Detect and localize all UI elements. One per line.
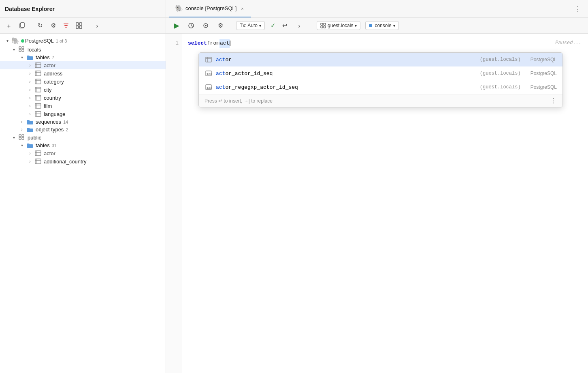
- autocomplete-item-actor-regegxp-seq[interactable]: 123 actor_regegxp_actor_id_seq (guest.lo…: [199, 80, 562, 94]
- sidebar-toolbar: + ↻ ⚙ ›: [0, 18, 166, 33]
- svg-rect-14: [321, 26, 323, 28]
- autocomplete-item-actor[interactable]: actor (guest.locals) PostgreSQL: [199, 53, 562, 66]
- grid-button[interactable]: [73, 20, 85, 31]
- svg-rect-35: [35, 103, 41, 108]
- autocomplete-item-actor-seq[interactable]: 123 actor_actor_id_seq (guest.locals) Po…: [199, 66, 562, 80]
- console-label: console: [375, 23, 391, 28]
- chevron-right-icon: ›: [18, 120, 26, 124]
- svg-rect-7: [76, 26, 79, 28]
- table-icon: [34, 103, 42, 109]
- ac-suffix-text3: or_regegxp_actor_id_seq: [225, 84, 298, 90]
- tab-close-button[interactable]: ×: [239, 5, 245, 12]
- ac-footer-text: Press ↵ to insert, →| to replace: [205, 98, 273, 104]
- pin-button[interactable]: [200, 20, 211, 31]
- table-icon: [34, 78, 42, 85]
- tab-bar: 🐘 console [PostgreSQL] × ⋮: [166, 0, 588, 17]
- sidebar-item-sequences[interactable]: › sequences 14: [0, 118, 166, 126]
- tables-public-count: 31: [52, 143, 57, 148]
- commit-button[interactable]: ✓: [271, 22, 276, 29]
- history-button[interactable]: [185, 20, 197, 31]
- sidebar-item-postgresql[interactable]: ▾ 🐘 PostgreSQL 1 of 3: [0, 36, 166, 45]
- copy-button[interactable]: [16, 20, 28, 31]
- sidebar-item-tables-public[interactable]: ▾ tables 31: [0, 141, 166, 149]
- sidebar-item-additional-country[interactable]: › additional_country: [0, 157, 166, 165]
- object-types-label: object types: [36, 126, 64, 133]
- svg-text:123: 123: [207, 86, 212, 90]
- public-label: public: [28, 135, 41, 141]
- tab-label: console [PostgreSQL]: [185, 5, 236, 11]
- ac-source-actor: PostgreSQL: [530, 57, 557, 62]
- chevron-right-icon: ›: [26, 96, 34, 100]
- db-chevron-icon: ▾: [355, 24, 357, 28]
- chevron-down-icon: ▾: [10, 47, 18, 52]
- refresh-button[interactable]: ↻: [34, 20, 46, 31]
- step-button[interactable]: ›: [294, 20, 305, 31]
- typed-text: act: [219, 39, 230, 48]
- toolbar-divider-4: [310, 21, 310, 30]
- settings-button[interactable]: ⚙: [47, 20, 59, 31]
- svg-rect-16: [19, 47, 21, 49]
- run-button[interactable]: ▶: [171, 20, 182, 31]
- rollback-button[interactable]: ↩: [279, 20, 290, 31]
- sidebar-item-object-types[interactable]: › object types 2: [0, 126, 166, 133]
- chevron-down-icon: ▾: [18, 55, 26, 60]
- ac-schema-actor-regegxp-seq: (guest.locals): [480, 84, 521, 90]
- svg-rect-1: [21, 23, 24, 27]
- table-ac-icon: [205, 56, 213, 64]
- ac-footer-more-icon[interactable]: ⋮: [550, 97, 557, 105]
- sidebar-title-text: Database Explorer: [5, 6, 55, 12]
- autocomplete-footer: Press ↵ to insert, →| to replace ⋮: [199, 94, 562, 107]
- sidebar-item-actor-public[interactable]: › actor: [0, 149, 166, 157]
- code-line-1: select from act: [188, 39, 582, 48]
- ac-source-actor-seq: PostgreSQL: [530, 71, 557, 76]
- svg-rect-5: [76, 23, 79, 25]
- toolbar-divider-2: [88, 21, 88, 30]
- svg-rect-18: [19, 49, 21, 51]
- sidebar-item-public[interactable]: ▾ public: [0, 133, 166, 141]
- table-icon: [34, 94, 42, 101]
- tx-selector[interactable]: Tx: Auto ▾: [236, 21, 265, 30]
- svg-point-11: [205, 25, 207, 26]
- sidebar-item-category[interactable]: › category: [0, 77, 166, 86]
- city-label: city: [44, 87, 52, 93]
- sidebar-item-city[interactable]: › city: [0, 86, 166, 94]
- tab-more-button[interactable]: ⋮: [571, 0, 585, 17]
- sidebar: ▾ 🐘 PostgreSQL 1 of 3 ▾ locals ▾: [0, 34, 166, 373]
- ac-schema-actor: (guest.locals): [480, 57, 521, 62]
- sidebar-item-locals[interactable]: ▾ locals: [0, 45, 166, 54]
- chevron-right-icon: ›: [26, 151, 34, 156]
- chevron-right-icon: ›: [26, 159, 34, 164]
- expand-button[interactable]: ›: [92, 20, 103, 31]
- sidebar-item-country[interactable]: › country: [0, 94, 166, 102]
- chevron-right-icon: ›: [26, 112, 34, 116]
- svg-rect-15: [324, 26, 326, 28]
- ac-name-actor: actor: [216, 57, 477, 63]
- table-icon: [34, 70, 42, 77]
- console-selector[interactable]: console ▾: [365, 21, 398, 30]
- ac-name-actor-regegxp-seq: actor_regegxp_actor_id_seq: [216, 84, 477, 90]
- db-schema-selector[interactable]: guest.locals ▾: [317, 21, 360, 30]
- sidebar-item-actor-locals[interactable]: › actor: [0, 61, 166, 69]
- sidebar-item-address[interactable]: › address: [0, 69, 166, 77]
- sidebar-item-language[interactable]: › language: [0, 110, 166, 118]
- query-settings-button[interactable]: ⚙: [215, 20, 226, 31]
- sidebar-item-tables-locals[interactable]: ▾ tables 7: [0, 54, 166, 61]
- paused-indicator: Paused...: [555, 39, 582, 47]
- chevron-right-icon: ›: [26, 63, 34, 68]
- public-schema-icon: [18, 134, 26, 141]
- autocomplete-dropdown: actor (guest.locals) PostgreSQL 123 acto…: [198, 52, 563, 107]
- console-tab[interactable]: 🐘 console [PostgreSQL] ×: [169, 0, 251, 17]
- main-content: ▾ 🐘 PostgreSQL 1 of 3 ▾ locals ▾: [0, 34, 588, 373]
- connection-status-icon: [21, 39, 24, 43]
- table-icon: [34, 158, 42, 165]
- actor-locals-label: actor: [44, 62, 55, 69]
- add-button[interactable]: +: [3, 20, 15, 31]
- svg-rect-13: [324, 23, 326, 25]
- ac-name-actor-seq: actor_actor_id_seq: [216, 71, 477, 77]
- editor-area: 1 select from act Paused...: [166, 34, 588, 373]
- sidebar-item-film[interactable]: › film: [0, 102, 166, 110]
- category-label: category: [44, 79, 64, 85]
- filter-button[interactable]: [60, 20, 72, 31]
- chevron-down-icon: ▾: [10, 135, 18, 140]
- main-toolbar: + ↻ ⚙ › ▶: [0, 18, 588, 34]
